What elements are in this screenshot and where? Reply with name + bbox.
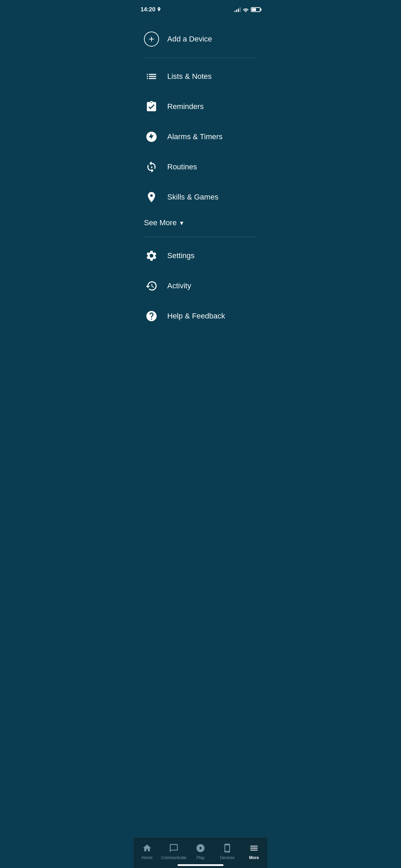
reminders-item[interactable]: Reminders bbox=[134, 92, 267, 122]
status-icons bbox=[234, 7, 260, 12]
help-feedback-item[interactable]: Help & Feedback bbox=[134, 301, 267, 331]
settings-item[interactable]: Settings bbox=[134, 241, 267, 271]
lists-notes-icon bbox=[144, 69, 159, 84]
lists-notes-item[interactable]: Lists & Notes bbox=[134, 61, 267, 92]
battery-icon bbox=[251, 7, 260, 12]
reminders-label: Reminders bbox=[167, 102, 204, 111]
lists-notes-label: Lists & Notes bbox=[167, 72, 212, 81]
divider-bottom bbox=[144, 237, 257, 237]
chevron-down-icon: ▾ bbox=[180, 219, 183, 227]
activity-icon bbox=[144, 278, 159, 293]
status-time: 14:20 bbox=[141, 6, 161, 13]
reminders-icon bbox=[144, 99, 159, 114]
status-bar: 14:20 bbox=[134, 0, 267, 17]
alarms-timers-icon bbox=[144, 129, 159, 144]
skills-games-icon bbox=[144, 190, 159, 205]
skills-games-item[interactable]: Skills & Games bbox=[134, 182, 267, 212]
routines-icon bbox=[144, 159, 159, 174]
help-feedback-label: Help & Feedback bbox=[167, 312, 225, 321]
activity-label: Activity bbox=[167, 281, 191, 290]
main-content: Add a Device Lists & Notes Reminders Ala… bbox=[134, 17, 267, 365]
alarms-timers-label: Alarms & Timers bbox=[167, 132, 222, 141]
skills-games-label: Skills & Games bbox=[167, 193, 218, 202]
see-more-label: See More bbox=[144, 218, 177, 227]
divider-top bbox=[144, 58, 257, 58]
activity-item[interactable]: Activity bbox=[134, 271, 267, 301]
add-device-label: Add a Device bbox=[167, 35, 212, 44]
alarms-timers-item[interactable]: Alarms & Timers bbox=[134, 122, 267, 152]
add-device-icon bbox=[144, 32, 159, 47]
see-more-button[interactable]: See More ▾ bbox=[134, 212, 267, 233]
routines-item[interactable]: Routines bbox=[134, 152, 267, 182]
signal-bars bbox=[234, 7, 241, 12]
help-feedback-icon bbox=[144, 309, 159, 324]
settings-label: Settings bbox=[167, 251, 195, 260]
wifi-icon bbox=[243, 7, 249, 12]
add-device-item[interactable]: Add a Device bbox=[134, 24, 267, 54]
routines-label: Routines bbox=[167, 162, 197, 171]
location-icon bbox=[157, 7, 161, 12]
settings-icon bbox=[144, 248, 159, 263]
